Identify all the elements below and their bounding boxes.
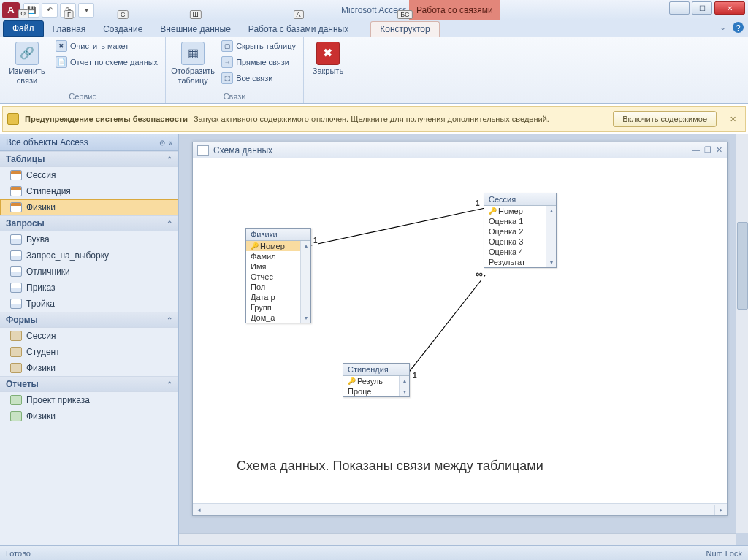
enable-content-button[interactable]: Включить содержимое — [613, 111, 717, 127]
scroll-right-icon[interactable]: ▸ — [714, 505, 727, 515]
security-warning-bar: Предупреждение системы безопасности Запу… — [2, 106, 746, 132]
form-icon — [10, 331, 22, 341]
ribbon-group-close: ✖ Закрыть — [304, 37, 352, 103]
table-scrollbar[interactable]: ▴▾ — [399, 376, 409, 396]
ribbon-group-tools: 🔗 Изменить связи ✖Очистить макет 📄Отчет … — [0, 37, 166, 103]
doc-close-button[interactable]: ✕ — [716, 145, 722, 155]
nav-pane-header[interactable]: Все объекты Access ⊙« — [0, 134, 178, 151]
tab-file[interactable]: ФФайл — [3, 20, 44, 37]
security-text: Запуск активного содержимого отключен. Щ… — [194, 115, 549, 123]
mdi-h-scrollbar[interactable] — [179, 533, 736, 545]
mdi-v-scrollbar[interactable] — [736, 134, 748, 533]
relationships-icon — [197, 145, 209, 156]
relationships-canvas[interactable]: Физики Номер Фамил Имя Отчес Пол Дата р … — [193, 158, 727, 503]
relationship-label-one: 1 — [475, 199, 481, 207]
nav-section-forms[interactable]: Формы⌃ — [0, 312, 178, 328]
nav-collapse-icon[interactable]: « — [168, 139, 172, 147]
nav-item-query[interactable]: Буква — [0, 231, 178, 248]
nav-item-query[interactable]: Приказ — [0, 280, 178, 296]
nav-section-reports[interactable]: Отчеты⌃ — [0, 376, 178, 392]
document-title-bar[interactable]: Схема данных — ❐ ✕ — [193, 142, 727, 158]
query-icon — [10, 299, 22, 309]
slide-caption: Схема данных. Показаны связи между табли… — [237, 459, 543, 474]
nav-item-report[interactable]: Физики — [0, 408, 178, 424]
relationship-report-button[interactable]: 📄Отчет по схеме данных — [53, 55, 161, 69]
security-close-button[interactable]: ✕ — [725, 115, 741, 124]
nav-item-form[interactable]: Сессия — [0, 328, 178, 344]
security-heading: Предупреждение системы безопасности — [25, 115, 188, 123]
nav-section-tables[interactable]: Таблицы⌃ — [0, 151, 178, 167]
relationship-label-one: 1 — [313, 237, 318, 245]
edit-relationships-button[interactable]: 🔗 Изменить связи — [4, 39, 50, 88]
table-icon — [10, 202, 22, 212]
nav-item-query[interactable]: Запрос_на_выборку — [0, 248, 178, 264]
tab-create[interactable]: ССоздание — [94, 22, 151, 37]
table-box-stipendia[interactable]: Стипендия Резуль Проце ▴▾ — [343, 363, 410, 397]
chevron-up-icon: ⌃ — [167, 156, 172, 164]
table-scrollbar[interactable]: ▴▾ — [300, 241, 310, 323]
relationship-lines — [193, 158, 727, 503]
workspace: Все объекты Access ⊙« Таблицы⌃ Сессия Ст… — [0, 134, 748, 545]
nav-item-table[interactable]: Физики — [0, 199, 178, 215]
nav-item-form[interactable]: Студент — [0, 344, 178, 360]
close-button[interactable]: ✕ — [714, 1, 745, 15]
doc-minimize-button[interactable]: — — [692, 145, 700, 155]
query-icon — [10, 266, 22, 277]
table-box-fiziki[interactable]: Физики Номер Фамил Имя Отчес Пол Дата р … — [245, 228, 311, 323]
tab-external[interactable]: ШВнешние данные — [151, 22, 240, 37]
nav-item-report[interactable]: Проект приказа — [0, 392, 178, 408]
all-relationships-button[interactable]: ⬚Все связи — [218, 71, 299, 85]
maximize-button[interactable]: ☐ — [692, 1, 712, 15]
query-icon — [10, 283, 22, 293]
table-icon — [10, 186, 22, 196]
tab-designer[interactable]: БСКонструктор — [370, 21, 439, 37]
status-numlock: Num Lock — [706, 549, 742, 558]
direct-relationships-button[interactable]: ↔Прямые связи — [218, 55, 299, 69]
hide-table-button[interactable]: ▢Скрыть таблицу — [218, 39, 299, 53]
close-designer-button[interactable]: ✖ Закрыть — [308, 39, 348, 79]
close-icon: ✖ — [316, 42, 340, 65]
qat-customize[interactable]: ▾ — [78, 3, 94, 18]
nav-search-icon[interactable]: ⊙ — [159, 139, 165, 147]
report-icon — [10, 411, 22, 421]
nav-item-query[interactable]: Тройка — [0, 296, 178, 312]
relationships-window[interactable]: Схема данных — ❐ ✕ Физики Номер Ф — [192, 142, 728, 516]
show-table-icon: ▦ — [181, 42, 205, 65]
status-bar: Готово Num Lock — [0, 545, 748, 560]
quick-access-toolbar: 💾 ↶ ↷ ▾ — [23, 3, 94, 18]
tab-dbtools[interactable]: АРабота с базами данных — [240, 22, 357, 37]
chevron-up-icon: ⌃ — [167, 380, 172, 388]
table-icon — [10, 170, 22, 180]
table-scrollbar[interactable]: ▴▾ — [546, 206, 556, 267]
clear-layout-icon: ✖ — [56, 40, 67, 52]
qat-undo[interactable]: ↶ — [42, 3, 58, 18]
nav-item-form[interactable]: Физики — [0, 360, 178, 376]
navigation-pane: Все объекты Access ⊙« Таблицы⌃ Сессия Ст… — [0, 134, 179, 545]
nav-item-table[interactable]: Сессия — [0, 167, 178, 183]
ribbon-tabs: ФФайл ГГлавная ССоздание ШВнешние данные… — [0, 20, 748, 37]
form-icon — [10, 347, 22, 357]
help-icon[interactable]: ? — [733, 22, 744, 33]
document-h-scrollbar[interactable]: ◂ ▸ — [193, 503, 727, 515]
nav-item-table[interactable]: Стипендия — [0, 183, 178, 199]
minimize-button[interactable]: — — [669, 1, 690, 15]
relationship-label-infinity: ∞ — [475, 268, 484, 280]
clear-layout-button[interactable]: ✖Очистить макет — [53, 39, 161, 53]
nav-section-queries[interactable]: Запросы⌃ — [0, 215, 178, 231]
chevron-up-icon: ⌃ — [167, 220, 172, 228]
scrollbar-thumb[interactable] — [737, 222, 748, 310]
table-box-session[interactable]: Сессия Номер Оценка 1 Оценка 2 Оценка 3 … — [484, 193, 557, 268]
show-table-button[interactable]: ▦ Отобразить таблицу — [170, 39, 215, 88]
ribbon: 🔗 Изменить связи ✖Очистить макет 📄Отчет … — [0, 37, 748, 104]
doc-restore-button[interactable]: ❐ — [704, 145, 711, 155]
mdi-area: Схема данных — ❐ ✕ Физики Номер Ф — [179, 134, 748, 545]
query-icon — [10, 234, 22, 245]
shield-icon — [7, 113, 19, 125]
nav-item-query[interactable]: Отличники — [0, 264, 178, 280]
ribbon-minimize-icon[interactable]: ⌄ — [717, 22, 728, 33]
hide-table-icon: ▢ — [221, 40, 233, 52]
svg-line-0 — [308, 208, 485, 246]
tab-home[interactable]: ГГлавная — [44, 22, 95, 37]
direct-rel-icon: ↔ — [221, 56, 233, 68]
scroll-left-icon[interactable]: ◂ — [193, 505, 205, 515]
